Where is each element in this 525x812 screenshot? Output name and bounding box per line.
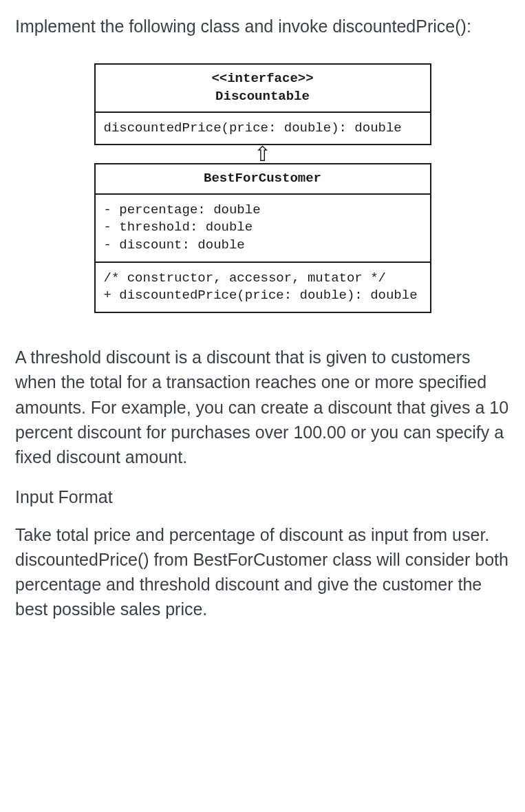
uml-class-attributes: - percentage: double - threshold: double… <box>96 195 430 263</box>
uml-stereotype: <<interface>> <box>103 70 423 88</box>
uml-class-box: BestForCustomer - percentage: double - t… <box>94 163 431 313</box>
input-format-text: Take total price and percentage of disco… <box>15 522 510 622</box>
uml-class-name: BestForCustomer <box>96 164 430 195</box>
uml-diagram: <<interface>> Discountable discountedPri… <box>15 63 510 313</box>
uml-realization-arrow: ⇧ <box>254 145 271 163</box>
uml-interface-name: Discountable <box>103 88 423 106</box>
uml-interface-method: discountedPrice(price: double): double <box>96 113 430 145</box>
intro-text: Implement the following class and invoke… <box>15 14 510 39</box>
uml-interface-header: <<interface>> Discountable <box>96 65 430 112</box>
uml-class-operations: /* constructor, accessor, mutator */ + d… <box>96 263 430 312</box>
uml-interface-box: <<interface>> Discountable discountedPri… <box>94 63 431 145</box>
description-text: A threshold discount is a discount that … <box>15 345 510 469</box>
input-format-heading: Input Format <box>15 484 510 509</box>
arrow-up-icon: ⇧ <box>254 144 271 164</box>
